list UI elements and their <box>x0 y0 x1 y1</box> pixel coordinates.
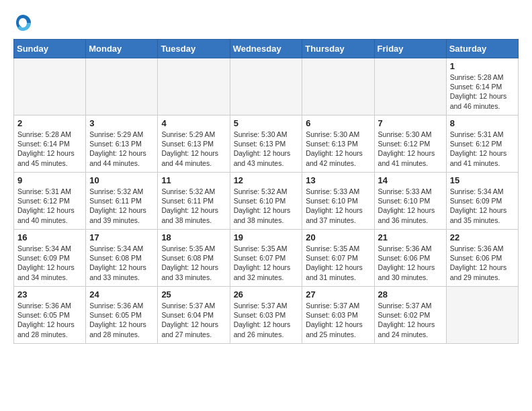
day-number: 18 <box>161 232 226 242</box>
calendar-day-cell: 24Sunrise: 5:36 AM Sunset: 6:05 PM Dayli… <box>86 287 158 344</box>
day-info: Sunrise: 5:28 AM Sunset: 6:14 PM Dayligh… <box>450 73 515 111</box>
day-info: Sunrise: 5:35 AM Sunset: 6:08 PM Dayligh… <box>161 244 226 282</box>
day-info: Sunrise: 5:30 AM Sunset: 6:13 PM Dayligh… <box>234 130 299 168</box>
day-info: Sunrise: 5:37 AM Sunset: 6:03 PM Dayligh… <box>306 301 370 339</box>
day-number: 24 <box>89 289 154 300</box>
day-info: Sunrise: 5:33 AM Sunset: 6:10 PM Dayligh… <box>306 187 370 225</box>
calendar-day-cell: 1Sunrise: 5:28 AM Sunset: 6:14 PM Daylig… <box>446 58 518 116</box>
calendar-day-cell <box>374 58 446 116</box>
day-info: Sunrise: 5:34 AM Sunset: 6:09 PM Dayligh… <box>17 244 82 282</box>
calendar-week-row: 1Sunrise: 5:28 AM Sunset: 6:14 PM Daylig… <box>14 58 519 116</box>
day-info: Sunrise: 5:32 AM Sunset: 6:11 PM Dayligh… <box>161 187 226 225</box>
day-number: 22 <box>450 232 515 242</box>
calendar-day-cell: 17Sunrise: 5:34 AM Sunset: 6:08 PM Dayli… <box>86 230 158 287</box>
day-info: Sunrise: 5:31 AM Sunset: 6:12 PM Dayligh… <box>450 130 515 168</box>
day-number: 27 <box>306 289 370 300</box>
calendar-day-cell <box>446 287 518 344</box>
calendar-day-header: Monday <box>86 40 158 58</box>
day-info: Sunrise: 5:34 AM Sunset: 6:08 PM Dayligh… <box>89 244 154 282</box>
day-number: 3 <box>89 118 154 128</box>
calendar-day-cell: 26Sunrise: 5:37 AM Sunset: 6:03 PM Dayli… <box>230 287 302 344</box>
day-number: 28 <box>378 289 443 300</box>
day-info: Sunrise: 5:35 AM Sunset: 6:07 PM Dayligh… <box>306 244 370 282</box>
calendar-day-cell: 23Sunrise: 5:36 AM Sunset: 6:05 PM Dayli… <box>14 287 86 344</box>
day-info: Sunrise: 5:37 AM Sunset: 6:02 PM Dayligh… <box>378 301 443 339</box>
calendar-day-cell: 16Sunrise: 5:34 AM Sunset: 6:09 PM Dayli… <box>14 230 86 287</box>
calendar-day-header: Sunday <box>14 40 86 58</box>
calendar-day-cell: 11Sunrise: 5:32 AM Sunset: 6:11 PM Dayli… <box>158 173 230 230</box>
day-number: 20 <box>306 232 370 242</box>
calendar-day-header: Saturday <box>446 40 518 58</box>
calendar-day-cell: 19Sunrise: 5:35 AM Sunset: 6:07 PM Dayli… <box>230 230 302 287</box>
day-info: Sunrise: 5:37 AM Sunset: 6:03 PM Dayligh… <box>234 301 299 339</box>
logo-icon <box>13 13 32 32</box>
calendar-day-cell <box>86 58 158 116</box>
day-info: Sunrise: 5:32 AM Sunset: 6:11 PM Dayligh… <box>89 187 154 225</box>
day-number: 15 <box>450 175 515 185</box>
calendar-day-cell: 15Sunrise: 5:34 AM Sunset: 6:09 PM Dayli… <box>446 173 518 230</box>
calendar-day-cell: 27Sunrise: 5:37 AM Sunset: 6:03 PM Dayli… <box>302 287 374 344</box>
day-info: Sunrise: 5:29 AM Sunset: 6:13 PM Dayligh… <box>89 130 154 168</box>
day-number: 8 <box>450 118 515 128</box>
day-number: 16 <box>17 232 82 242</box>
day-info: Sunrise: 5:36 AM Sunset: 6:05 PM Dayligh… <box>89 301 154 339</box>
calendar-day-cell: 22Sunrise: 5:36 AM Sunset: 6:06 PM Dayli… <box>446 230 518 287</box>
calendar-day-cell: 14Sunrise: 5:33 AM Sunset: 6:10 PM Dayli… <box>374 173 446 230</box>
calendar-day-cell: 2Sunrise: 5:28 AM Sunset: 6:14 PM Daylig… <box>14 116 86 173</box>
day-number: 21 <box>378 232 443 242</box>
day-number: 2 <box>17 118 82 128</box>
day-number: 4 <box>161 118 226 128</box>
calendar-day-cell: 12Sunrise: 5:32 AM Sunset: 6:10 PM Dayli… <box>230 173 302 230</box>
day-info: Sunrise: 5:30 AM Sunset: 6:13 PM Dayligh… <box>306 130 370 168</box>
day-info: Sunrise: 5:37 AM Sunset: 6:04 PM Dayligh… <box>161 301 226 339</box>
calendar-day-cell: 7Sunrise: 5:30 AM Sunset: 6:12 PM Daylig… <box>374 116 446 173</box>
calendar-day-header: Tuesday <box>158 40 230 58</box>
day-info: Sunrise: 5:35 AM Sunset: 6:07 PM Dayligh… <box>234 244 299 282</box>
calendar-week-row: 9Sunrise: 5:31 AM Sunset: 6:12 PM Daylig… <box>14 173 519 230</box>
day-info: Sunrise: 5:32 AM Sunset: 6:10 PM Dayligh… <box>234 187 299 225</box>
day-info: Sunrise: 5:33 AM Sunset: 6:10 PM Dayligh… <box>378 187 443 225</box>
day-number: 14 <box>378 175 443 185</box>
calendar-day-cell: 8Sunrise: 5:31 AM Sunset: 6:12 PM Daylig… <box>446 116 518 173</box>
day-number: 26 <box>234 289 299 300</box>
calendar-day-cell: 3Sunrise: 5:29 AM Sunset: 6:13 PM Daylig… <box>86 116 158 173</box>
calendar-day-header: Friday <box>374 40 446 58</box>
day-info: Sunrise: 5:30 AM Sunset: 6:12 PM Dayligh… <box>378 130 443 168</box>
day-number: 23 <box>17 289 82 300</box>
calendar-week-row: 23Sunrise: 5:36 AM Sunset: 6:05 PM Dayli… <box>14 287 519 344</box>
day-number: 17 <box>89 232 154 242</box>
day-info: Sunrise: 5:34 AM Sunset: 6:09 PM Dayligh… <box>450 187 515 225</box>
calendar-day-cell <box>302 58 374 116</box>
day-number: 25 <box>161 289 226 300</box>
page-header <box>13 13 519 32</box>
day-info: Sunrise: 5:31 AM Sunset: 6:12 PM Dayligh… <box>17 187 82 225</box>
calendar-day-cell: 13Sunrise: 5:33 AM Sunset: 6:10 PM Dayli… <box>302 173 374 230</box>
calendar-table: SundayMondayTuesdayWednesdayThursdayFrid… <box>13 39 519 344</box>
calendar-day-cell: 5Sunrise: 5:30 AM Sunset: 6:13 PM Daylig… <box>230 116 302 173</box>
day-number: 9 <box>17 175 82 185</box>
calendar-day-cell <box>158 58 230 116</box>
logo <box>13 13 36 32</box>
day-info: Sunrise: 5:28 AM Sunset: 6:14 PM Dayligh… <box>17 130 82 168</box>
calendar-day-cell: 25Sunrise: 5:37 AM Sunset: 6:04 PM Dayli… <box>158 287 230 344</box>
day-number: 5 <box>234 118 299 128</box>
day-info: Sunrise: 5:36 AM Sunset: 6:05 PM Dayligh… <box>17 301 82 339</box>
calendar-day-cell: 28Sunrise: 5:37 AM Sunset: 6:02 PM Dayli… <box>374 287 446 344</box>
day-number: 1 <box>450 61 515 71</box>
calendar-day-header: Wednesday <box>230 40 302 58</box>
day-number: 7 <box>378 118 443 128</box>
day-number: 10 <box>89 175 154 185</box>
day-number: 19 <box>234 232 299 242</box>
day-number: 6 <box>306 118 370 128</box>
calendar-day-cell: 9Sunrise: 5:31 AM Sunset: 6:12 PM Daylig… <box>14 173 86 230</box>
day-number: 11 <box>161 175 226 185</box>
calendar-day-cell: 4Sunrise: 5:29 AM Sunset: 6:13 PM Daylig… <box>158 116 230 173</box>
day-number: 12 <box>234 175 299 185</box>
calendar-day-cell: 10Sunrise: 5:32 AM Sunset: 6:11 PM Dayli… <box>86 173 158 230</box>
calendar-day-cell: 21Sunrise: 5:36 AM Sunset: 6:06 PM Dayli… <box>374 230 446 287</box>
calendar-day-cell: 18Sunrise: 5:35 AM Sunset: 6:08 PM Dayli… <box>158 230 230 287</box>
calendar-day-cell: 20Sunrise: 5:35 AM Sunset: 6:07 PM Dayli… <box>302 230 374 287</box>
calendar-day-cell: 6Sunrise: 5:30 AM Sunset: 6:13 PM Daylig… <box>302 116 374 173</box>
calendar-day-cell <box>230 58 302 116</box>
calendar-header-row: SundayMondayTuesdayWednesdayThursdayFrid… <box>14 40 519 58</box>
